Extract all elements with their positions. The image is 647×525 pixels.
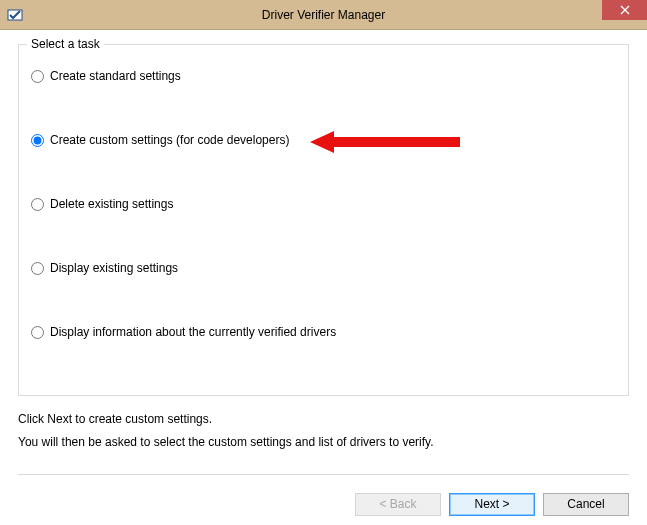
radio-delete-existing[interactable]: Delete existing settings — [31, 197, 173, 211]
help-line1: Click Next to create custom settings. — [18, 408, 629, 431]
window-title: Driver Verifier Manager — [0, 8, 647, 22]
separator — [18, 474, 629, 475]
svg-marker-3 — [310, 131, 460, 153]
radio-display-info[interactable]: Display information about the currently … — [31, 325, 336, 339]
close-button[interactable] — [602, 0, 647, 20]
content-area: Select a task Create standard settings C… — [0, 44, 647, 475]
radio-input-custom[interactable] — [31, 134, 44, 147]
radio-input-display[interactable] — [31, 262, 44, 275]
cancel-button[interactable]: Cancel — [543, 493, 629, 516]
radio-label-info[interactable]: Display information about the currently … — [50, 325, 336, 339]
radio-label-display[interactable]: Display existing settings — [50, 261, 178, 275]
app-icon — [7, 7, 23, 23]
radio-input-info[interactable] — [31, 326, 44, 339]
help-line2: You will then be asked to select the cus… — [18, 431, 629, 454]
radio-label-custom[interactable]: Create custom settings (for code develop… — [50, 133, 289, 147]
radio-label-standard[interactable]: Create standard settings — [50, 69, 181, 83]
task-groupbox: Select a task Create standard settings C… — [18, 44, 629, 396]
radio-create-custom[interactable]: Create custom settings (for code develop… — [31, 133, 289, 147]
back-button: < Back — [355, 493, 441, 516]
groupbox-legend: Select a task — [27, 37, 104, 51]
titlebar: Driver Verifier Manager — [0, 0, 647, 30]
next-button[interactable]: Next > — [449, 493, 535, 516]
radio-input-delete[interactable] — [31, 198, 44, 211]
close-icon — [620, 5, 630, 15]
help-text: Click Next to create custom settings. Yo… — [18, 408, 629, 454]
button-row: < Back Next > Cancel — [0, 481, 647, 516]
radio-input-standard[interactable] — [31, 70, 44, 83]
radio-display-existing[interactable]: Display existing settings — [31, 261, 178, 275]
radio-create-standard[interactable]: Create standard settings — [31, 69, 181, 83]
annotation-arrow-icon — [310, 129, 460, 155]
radio-label-delete[interactable]: Delete existing settings — [50, 197, 173, 211]
